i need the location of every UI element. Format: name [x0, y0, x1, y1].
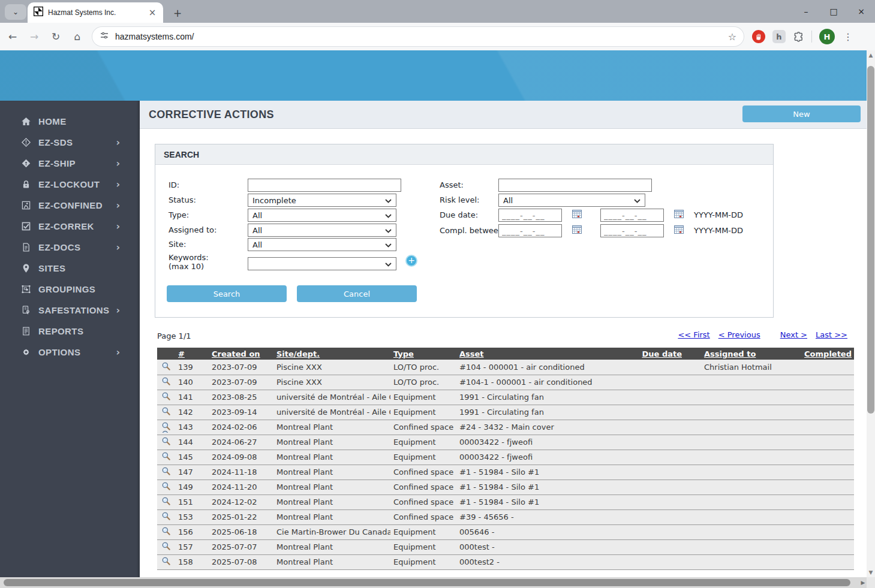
- calendar-icon[interactable]: [572, 225, 582, 236]
- sds-diamond-icon: [20, 137, 32, 147]
- reload-button[interactable]: ↻: [47, 28, 65, 46]
- due-date-to-input[interactable]: [600, 209, 664, 222]
- cell-type: Equipment: [390, 405, 456, 420]
- view-row-magnifier-icon[interactable]: [157, 494, 175, 509]
- vertical-scrollbar[interactable]: ▲ ▼: [867, 50, 875, 577]
- sidebar-item-ez-lockout[interactable]: EZ-LOCKOUT›: [0, 174, 140, 195]
- scroll-up-icon[interactable]: ▲: [867, 50, 875, 60]
- chevron-down-icon: [385, 260, 392, 269]
- col-header-completed[interactable]: Completed: [792, 348, 854, 360]
- search-panel-header: SEARCH: [155, 144, 773, 165]
- view-row-magnifier-icon[interactable]: [157, 405, 175, 420]
- view-row-magnifier-icon[interactable]: [157, 360, 175, 375]
- completed-from-input[interactable]: [498, 224, 562, 237]
- new-button[interactable]: New: [742, 105, 861, 122]
- cell-asset: 00003422 - fjweofi: [456, 450, 618, 465]
- chevron-down-icon: [385, 196, 392, 205]
- type-select[interactable]: All: [248, 209, 396, 222]
- due-date-from-input[interactable]: [498, 209, 562, 222]
- site-info-icon[interactable]: [100, 31, 109, 43]
- assigned-to-label: Assigned to:: [169, 225, 217, 234]
- view-row-magnifier-icon[interactable]: [157, 480, 175, 494]
- tab-close-icon[interactable]: ×: [148, 7, 157, 18]
- sidebar-item-home[interactable]: HOME: [0, 111, 140, 132]
- status-select[interactable]: Incomplete: [248, 194, 396, 207]
- keywords-select[interactable]: [248, 257, 396, 270]
- tab-search-chevron-icon: ⌄: [13, 8, 19, 16]
- pagination-next-link[interactable]: Next >: [780, 330, 807, 339]
- view-row-magnifier-icon[interactable]: [157, 450, 175, 465]
- sidebar-item-ez-correk[interactable]: EZ-CORREK›: [0, 216, 140, 237]
- cell-num: 142: [175, 405, 209, 420]
- asset-input[interactable]: [498, 179, 652, 192]
- table-row: 1582025-07-08Montreal PlantEquipment000t…: [157, 554, 854, 569]
- sidebar-item-sites[interactable]: SITES: [0, 258, 140, 279]
- horizontal-scrollbar-thumb[interactable]: [4, 579, 850, 586]
- pagination-previous-link[interactable]: < Previous: [718, 330, 760, 339]
- cell-site-dept: Piscine XXX: [273, 360, 390, 375]
- window-close-button[interactable]: ×: [847, 0, 875, 23]
- site-select[interactable]: All: [248, 238, 396, 251]
- sidebar-item-options[interactable]: OPTIONS›: [0, 342, 140, 363]
- col-header-num[interactable]: #: [175, 348, 209, 360]
- view-row-magnifier-icon[interactable]: [157, 375, 175, 390]
- col-header-asset[interactable]: Asset: [456, 348, 618, 360]
- view-row-magnifier-icon[interactable]: [157, 465, 175, 480]
- cell-created-on: 2024-06-27: [209, 435, 273, 450]
- home-button[interactable]: ⌂: [68, 28, 86, 46]
- view-row-magnifier-icon[interactable]: [157, 509, 175, 524]
- browser-tab[interactable]: Hazmat Systems Inc. ×: [28, 2, 163, 23]
- view-row-magnifier-icon[interactable]: [157, 390, 175, 405]
- cell-asset: 1991 - Circulating fan: [456, 405, 618, 420]
- address-bar[interactable]: hazmatsystems.com/ ☆: [92, 27, 744, 46]
- col-header-assigned-to[interactable]: Assigned to: [684, 348, 792, 360]
- risk-level-select[interactable]: All: [498, 194, 645, 207]
- sidebar-item-safestations[interactable]: SAFESTATIONS›: [0, 300, 140, 321]
- tab-search-button[interactable]: ⌄: [5, 4, 26, 20]
- pagination-last-link[interactable]: Last >>: [816, 330, 847, 339]
- window-maximize-button[interactable]: □: [820, 0, 847, 23]
- forward-button[interactable]: →: [25, 28, 43, 46]
- view-row-magnifier-icon[interactable]: [157, 435, 175, 450]
- sidebar-item-ez-ship[interactable]: EZ-SHIP›: [0, 153, 140, 174]
- adblock-extension-icon[interactable]: [752, 30, 765, 43]
- view-row-magnifier-icon[interactable]: [157, 524, 175, 539]
- back-button[interactable]: ←: [4, 28, 22, 46]
- cell-completed: [792, 539, 854, 554]
- view-row-magnifier-icon[interactable]: [157, 539, 175, 554]
- bookmark-star-icon[interactable]: ☆: [728, 31, 736, 43]
- sidebar-item-ez-docs[interactable]: EZ-DOCS›: [0, 237, 140, 258]
- col-header-due-date[interactable]: Due date: [618, 348, 684, 360]
- sidebar-item-ez-sds[interactable]: EZ-SDS›: [0, 132, 140, 153]
- window-minimize-button[interactable]: –: [792, 0, 820, 23]
- browser-menu-icon[interactable]: ⋮: [841, 31, 855, 43]
- search-button[interactable]: Search: [167, 285, 287, 302]
- object-group-icon: [20, 284, 32, 294]
- chevron-right-icon: ›: [116, 221, 120, 232]
- view-row-magnifier-icon[interactable]: [157, 554, 175, 569]
- pagination-first-link[interactable]: << First: [678, 330, 709, 339]
- sidebar-item-reports[interactable]: REPORTS: [0, 321, 140, 342]
- extensions-puzzle-icon[interactable]: [793, 31, 804, 43]
- sidebar-item-groupings[interactable]: GROUPINGS: [0, 279, 140, 300]
- new-tab-button[interactable]: +: [170, 6, 185, 20]
- extension-letter-icon[interactable]: h: [772, 30, 786, 43]
- sidebar-item-label: EZ-LOCKOUT: [38, 179, 116, 189]
- scroll-down-icon[interactable]: ▼: [867, 568, 875, 577]
- id-input[interactable]: [248, 179, 401, 192]
- col-header-created-on[interactable]: Created on: [209, 348, 273, 360]
- cancel-button[interactable]: Cancel: [297, 285, 417, 302]
- col-header-site-dept[interactable]: Site/dept.: [273, 348, 390, 360]
- cell-assigned-to: [684, 480, 792, 494]
- sidebar-item-ez-confined[interactable]: EZ-CONFINED›: [0, 195, 140, 216]
- vertical-scrollbar-thumb[interactable]: [867, 66, 874, 414]
- completed-to-input[interactable]: [600, 224, 664, 237]
- horizontal-scrollbar[interactable]: ▶: [0, 577, 875, 588]
- assigned-to-select[interactable]: All: [248, 224, 396, 237]
- col-header-type[interactable]: Type: [390, 348, 456, 360]
- profile-avatar[interactable]: H: [819, 29, 835, 44]
- add-keyword-button[interactable]: +: [405, 255, 417, 267]
- calendar-icon[interactable]: [674, 209, 684, 221]
- calendar-icon[interactable]: [572, 209, 582, 221]
- calendar-icon[interactable]: [674, 225, 684, 236]
